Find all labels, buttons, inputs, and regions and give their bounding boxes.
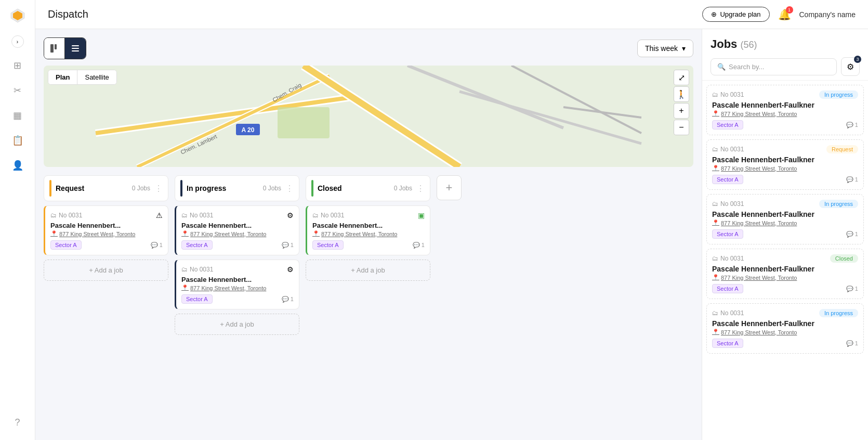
svg-rect-3: [55, 44, 57, 49]
job-list-header: 🗂 No 0031 Request: [712, 145, 858, 153]
chevron-down-icon: ▾: [682, 44, 686, 53]
job-footer: Sector A 💬 1: [50, 240, 163, 250]
list-view-button[interactable]: [65, 38, 86, 59]
folder-icon: 🗂: [312, 212, 319, 219]
location-icon: 📍: [50, 230, 58, 237]
job-list-number: 🗂 No 0031: [712, 309, 744, 317]
zoom-in-button[interactable]: +: [674, 103, 689, 119]
svg-text:A 20: A 20: [242, 126, 255, 134]
center-panel: This week ▾: [35, 29, 702, 440]
sidebar-item-dashboard[interactable]: ⊞: [6, 54, 29, 77]
job-address: 📍 877 King Street West, Toronto: [50, 230, 163, 237]
closed-col-header: Closed 0 Jobs ⋮: [306, 175, 430, 201]
job-list-header: 🗂 No 0031 Closed: [712, 254, 858, 263]
map-container: A 20 Chem. Craig Chem. Lambert: [44, 66, 693, 167]
week-selector[interactable]: This week ▾: [637, 40, 693, 57]
folder-icon: 🗂: [50, 212, 57, 219]
status-badge: Closed: [830, 254, 858, 263]
comment-count: 💬 1: [846, 122, 858, 128]
folder-icon: 🗂: [712, 255, 718, 262]
kanban-col-request: Request 0 Jobs ⋮ 🗂 No 0031 ⚠ Pascale Hen…: [44, 175, 168, 281]
job-list-number: 🗂 No 0031: [712, 91, 744, 98]
company-name: Company's name: [799, 10, 856, 19]
person-icon-button[interactable]: 🚶: [674, 86, 689, 102]
map-tab-plan[interactable]: Plan: [48, 70, 77, 84]
search-icon: 🔍: [717, 63, 726, 71]
app-logo: [8, 6, 27, 25]
folder-icon: 🗂: [712, 309, 718, 317]
closed-status-icon: ▣: [418, 211, 425, 219]
job-card-header: 🗂 No 0031 ▣: [312, 211, 425, 219]
comment-count: 💬 1: [846, 340, 858, 347]
closed-col-count: 0 Jobs: [394, 185, 412, 192]
request-color-bar: [49, 180, 51, 197]
list-item: 🗂 No 0031 Request Pascale Hennenbert-Fau…: [706, 139, 864, 190]
sector-badge: Sector A: [712, 339, 743, 348]
comment-count: 💬 1: [282, 296, 294, 303]
job-address: 📍 877 King Street West, Toronto: [312, 230, 425, 237]
job-name: Pascale Hennenbert...: [181, 276, 294, 283]
notification-area: 🔔 1: [778, 8, 791, 21]
job-address: 📍 877 King Street West, Toronto: [181, 230, 294, 237]
sidebar-item-user[interactable]: 👤: [6, 154, 29, 177]
fullscreen-button[interactable]: ⤢: [674, 70, 689, 85]
search-row: 🔍 Search by... ⚙ 3: [711, 57, 860, 76]
table-row: 🗂 No 0031 ⚙ Pascale Hennenbert... 📍 877 …: [175, 205, 299, 255]
comment-count: 💬 1: [846, 176, 858, 183]
kanban-col-inprogress: In progress 0 Jobs ⋮ 🗂 No 0031 ⚙ Pascale…: [175, 175, 299, 335]
comment-count: 💬 1: [282, 242, 294, 249]
job-list-header: 🗂 No 0031 In progress: [712, 200, 858, 208]
sidebar-item-help[interactable]: ?: [6, 411, 29, 434]
jobs-panel-header: Jobs (56) 🔍 Search by... ⚙ 3: [702, 29, 868, 81]
svg-rect-5: [72, 48, 79, 49]
page-title: Dispatch: [48, 8, 694, 20]
top-header: Dispatch ⊕ Upgrade plan 🔔 1 Company's na…: [35, 0, 868, 29]
location-icon: 📍: [712, 274, 719, 281]
job-list-footer: Sector A 💬 1: [712, 339, 858, 348]
status-badge: In progress: [819, 200, 858, 208]
closed-col-title: Closed: [318, 184, 390, 192]
jobs-list: 🗂 No 0031 In progress Pascale Hennenbert…: [702, 81, 868, 440]
request-col-count: 0 Jobs: [132, 185, 150, 192]
job-list-footer: Sector A 💬 1: [712, 284, 858, 293]
add-job-button-inprogress[interactable]: + Add a job: [175, 314, 299, 335]
upgrade-button[interactable]: ⊕ Upgrade plan: [702, 7, 769, 22]
add-job-button-closed[interactable]: + Add a job: [306, 260, 430, 281]
sidebar-item-grid[interactable]: ▦: [6, 104, 29, 127]
sector-badge: Sector A: [712, 229, 743, 239]
job-footer: Sector A 💬 1: [181, 294, 294, 304]
sector-badge: Sector A: [312, 240, 344, 250]
location-icon: 📍: [712, 165, 719, 172]
inprogress-status-icon: ⚙: [287, 211, 294, 219]
collapse-button[interactable]: ›: [11, 35, 24, 48]
comment-count: 💬 1: [846, 286, 858, 292]
request-col-menu-button[interactable]: ⋮: [154, 184, 163, 193]
view-toggle-group: [44, 37, 86, 59]
upgrade-icon: ⊕: [711, 10, 717, 18]
zoom-out-button[interactable]: −: [674, 120, 689, 135]
closed-col-menu-button[interactable]: ⋮: [416, 184, 425, 193]
job-list-number: 🗂 No 0031: [712, 200, 744, 208]
search-box[interactable]: 🔍 Search by...: [711, 58, 837, 75]
list-item: 🗂 No 0031 Closed Pascale Hennenbert-Faul…: [706, 249, 864, 299]
folder-icon: 🗂: [712, 146, 718, 153]
job-card-header: 🗂 No 0031 ⚙: [181, 265, 294, 274]
job-card-header: 🗂 No 0031 ⚙: [181, 211, 294, 219]
inprogress-col-menu-button[interactable]: ⋮: [285, 184, 294, 193]
add-job-button-request[interactable]: + Add a job: [44, 260, 168, 281]
sidebar-item-tools[interactable]: ✂: [6, 79, 29, 102]
sidebar-item-clipboard[interactable]: 📋: [6, 129, 29, 152]
svg-rect-4: [72, 45, 79, 46]
kanban-view-button[interactable]: [44, 38, 65, 59]
job-name: Pascale Hennenbert...: [312, 222, 425, 229]
add-column-button[interactable]: +: [437, 175, 462, 200]
inprogress-status-icon2: ⚙: [287, 265, 294, 274]
job-list-address: 📍 877 King Street West, Toronto: [712, 110, 858, 117]
list-item: 🗂 No 0031 In progress Pascale Hennenbert…: [706, 194, 864, 244]
filter-button[interactable]: ⚙ 3: [841, 57, 860, 76]
jobs-panel: Jobs (56) 🔍 Search by... ⚙ 3: [702, 29, 868, 440]
job-list-address: 📍 877 King Street West, Toronto: [712, 219, 858, 226]
map-tab-satellite[interactable]: Satellite: [77, 70, 116, 84]
job-list-address: 📍 877 King Street West, Toronto: [712, 274, 858, 281]
job-list-address: 📍 877 King Street West, Toronto: [712, 329, 858, 335]
